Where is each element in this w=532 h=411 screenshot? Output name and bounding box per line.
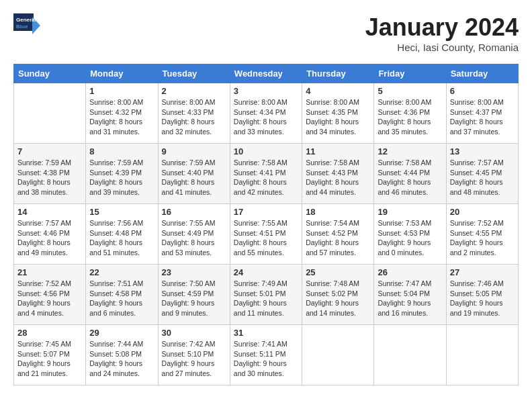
day-info: Sunrise: 7:59 AM Sunset: 4:39 PM Dayligh… — [89, 158, 154, 197]
day-number: 30 — [162, 328, 226, 338]
table-row — [14, 83, 86, 144]
day-number: 9 — [162, 146, 226, 156]
day-number: 25 — [306, 267, 370, 277]
day-number: 11 — [306, 146, 370, 156]
col-thursday: Thursday — [302, 64, 374, 83]
day-number: 7 — [17, 146, 82, 156]
day-info: Sunrise: 7:51 AM Sunset: 4:58 PM Dayligh… — [89, 279, 154, 318]
day-info: Sunrise: 7:56 AM Sunset: 4:48 PM Dayligh… — [89, 218, 154, 258]
day-number: 14 — [17, 207, 82, 217]
day-number: 1 — [89, 86, 154, 96]
table-row: 28Sunrise: 7:45 AM Sunset: 5:07 PM Dayli… — [14, 325, 86, 385]
day-info: Sunrise: 7:44 AM Sunset: 5:08 PM Dayligh… — [89, 339, 154, 379]
table-row: 6Sunrise: 8:00 AM Sunset: 4:37 PM Daylig… — [446, 83, 518, 144]
svg-text:General: General — [16, 17, 36, 23]
table-row: 20Sunrise: 7:52 AM Sunset: 4:55 PM Dayli… — [446, 204, 518, 265]
table-row: 23Sunrise: 7:50 AM Sunset: 4:59 PM Dayli… — [158, 265, 230, 325]
col-saturday: Saturday — [446, 64, 518, 83]
day-info: Sunrise: 8:00 AM Sunset: 4:34 PM Dayligh… — [234, 97, 298, 137]
calendar-week-row: 28Sunrise: 7:45 AM Sunset: 5:07 PM Dayli… — [14, 325, 519, 385]
title-section: January 2024 Heci, Iasi County, Romania — [365, 13, 519, 53]
day-info: Sunrise: 7:49 AM Sunset: 5:01 PM Dayligh… — [234, 279, 298, 318]
day-info: Sunrise: 8:00 AM Sunset: 4:36 PM Dayligh… — [378, 97, 442, 137]
col-monday: Monday — [86, 64, 158, 83]
table-row: 12Sunrise: 7:58 AM Sunset: 4:44 PM Dayli… — [374, 144, 446, 204]
page-header: General Blue January 2024 Heci, Iasi Cou… — [13, 13, 519, 53]
calendar-week-row: 21Sunrise: 7:52 AM Sunset: 4:56 PM Dayli… — [14, 265, 519, 325]
table-row: 19Sunrise: 7:53 AM Sunset: 4:53 PM Dayli… — [374, 204, 446, 265]
table-row: 15Sunrise: 7:56 AM Sunset: 4:48 PM Dayli… — [86, 204, 158, 265]
table-row: 26Sunrise: 7:47 AM Sunset: 5:04 PM Dayli… — [374, 265, 446, 325]
day-info: Sunrise: 7:58 AM Sunset: 4:43 PM Dayligh… — [306, 158, 370, 197]
day-number: 16 — [162, 207, 226, 217]
day-number: 20 — [450, 207, 515, 217]
table-row: 22Sunrise: 7:51 AM Sunset: 4:58 PM Dayli… — [86, 265, 158, 325]
day-info: Sunrise: 7:41 AM Sunset: 5:11 PM Dayligh… — [234, 339, 298, 379]
calendar-week-row: 7Sunrise: 7:59 AM Sunset: 4:38 PM Daylig… — [14, 144, 519, 204]
day-info: Sunrise: 7:57 AM Sunset: 4:45 PM Dayligh… — [450, 158, 515, 197]
table-row: 18Sunrise: 7:54 AM Sunset: 4:52 PM Dayli… — [302, 204, 374, 265]
day-info: Sunrise: 7:48 AM Sunset: 5:02 PM Dayligh… — [306, 279, 370, 318]
calendar-header-row: Sunday Monday Tuesday Wednesday Thursday… — [14, 64, 519, 83]
day-info: Sunrise: 7:54 AM Sunset: 4:52 PM Dayligh… — [306, 218, 370, 258]
day-info: Sunrise: 8:00 AM Sunset: 4:35 PM Dayligh… — [306, 97, 370, 137]
day-info: Sunrise: 7:55 AM Sunset: 4:51 PM Dayligh… — [234, 218, 298, 258]
month-title: January 2024 — [365, 13, 519, 42]
day-number: 5 — [378, 86, 442, 96]
table-row: 31Sunrise: 7:41 AM Sunset: 5:11 PM Dayli… — [230, 325, 302, 385]
col-wednesday: Wednesday — [230, 64, 302, 83]
table-row: 13Sunrise: 7:57 AM Sunset: 4:45 PM Dayli… — [446, 144, 518, 204]
col-friday: Friday — [374, 64, 446, 83]
day-number: 22 — [89, 267, 154, 277]
day-info: Sunrise: 8:00 AM Sunset: 4:33 PM Dayligh… — [162, 97, 226, 137]
table-row: 30Sunrise: 7:42 AM Sunset: 5:10 PM Dayli… — [158, 325, 230, 385]
logo: General Blue — [13, 13, 43, 40]
day-number: 12 — [378, 146, 442, 156]
day-info: Sunrise: 7:57 AM Sunset: 4:46 PM Dayligh… — [17, 218, 82, 258]
day-info: Sunrise: 7:59 AM Sunset: 4:38 PM Dayligh… — [17, 158, 82, 197]
location: Heci, Iasi County, Romania — [365, 42, 519, 53]
calendar-week-row: 14Sunrise: 7:57 AM Sunset: 4:46 PM Dayli… — [14, 204, 519, 265]
day-number: 19 — [378, 207, 442, 217]
day-number: 21 — [17, 267, 82, 277]
table-row — [302, 325, 374, 385]
day-number: 6 — [450, 86, 515, 96]
table-row: 10Sunrise: 7:58 AM Sunset: 4:41 PM Dayli… — [230, 144, 302, 204]
day-number: 13 — [450, 146, 515, 156]
table-row: 21Sunrise: 7:52 AM Sunset: 4:56 PM Dayli… — [14, 265, 86, 325]
table-row: 27Sunrise: 7:46 AM Sunset: 5:05 PM Dayli… — [446, 265, 518, 325]
table-row — [446, 325, 518, 385]
day-info: Sunrise: 7:50 AM Sunset: 4:59 PM Dayligh… — [162, 279, 226, 318]
day-number: 31 — [234, 328, 298, 338]
day-number: 8 — [89, 146, 154, 156]
day-number: 26 — [378, 267, 442, 277]
day-number: 23 — [162, 267, 226, 277]
day-info: Sunrise: 7:55 AM Sunset: 4:49 PM Dayligh… — [162, 218, 226, 258]
day-number: 17 — [234, 207, 298, 217]
day-info: Sunrise: 7:47 AM Sunset: 5:04 PM Dayligh… — [378, 279, 442, 318]
logo-icon: General Blue — [13, 13, 40, 38]
calendar-table: Sunday Monday Tuesday Wednesday Thursday… — [13, 64, 519, 385]
calendar-week-row: 1Sunrise: 8:00 AM Sunset: 4:32 PM Daylig… — [14, 83, 519, 144]
table-row: 25Sunrise: 7:48 AM Sunset: 5:02 PM Dayli… — [302, 265, 374, 325]
day-number: 3 — [234, 86, 298, 96]
day-info: Sunrise: 7:59 AM Sunset: 4:40 PM Dayligh… — [162, 158, 226, 197]
table-row: 9Sunrise: 7:59 AM Sunset: 4:40 PM Daylig… — [158, 144, 230, 204]
table-row: 7Sunrise: 7:59 AM Sunset: 4:38 PM Daylig… — [14, 144, 86, 204]
day-info: Sunrise: 7:46 AM Sunset: 5:05 PM Dayligh… — [450, 279, 515, 318]
table-row: 17Sunrise: 7:55 AM Sunset: 4:51 PM Dayli… — [230, 204, 302, 265]
table-row: 24Sunrise: 7:49 AM Sunset: 5:01 PM Dayli… — [230, 265, 302, 325]
day-number: 28 — [17, 328, 82, 338]
day-info: Sunrise: 7:52 AM Sunset: 4:55 PM Dayligh… — [450, 218, 515, 258]
day-info: Sunrise: 8:00 AM Sunset: 4:37 PM Dayligh… — [450, 97, 515, 137]
col-sunday: Sunday — [14, 64, 86, 83]
table-row: 14Sunrise: 7:57 AM Sunset: 4:46 PM Dayli… — [14, 204, 86, 265]
table-row: 2Sunrise: 8:00 AM Sunset: 4:33 PM Daylig… — [158, 83, 230, 144]
day-info: Sunrise: 7:58 AM Sunset: 4:44 PM Dayligh… — [378, 158, 442, 197]
table-row: 1Sunrise: 8:00 AM Sunset: 4:32 PM Daylig… — [86, 83, 158, 144]
day-info: Sunrise: 7:52 AM Sunset: 4:56 PM Dayligh… — [17, 279, 82, 318]
day-number: 4 — [306, 86, 370, 96]
svg-text:Blue: Blue — [16, 24, 28, 30]
day-info: Sunrise: 7:53 AM Sunset: 4:53 PM Dayligh… — [378, 218, 442, 258]
day-info: Sunrise: 7:58 AM Sunset: 4:41 PM Dayligh… — [234, 158, 298, 197]
